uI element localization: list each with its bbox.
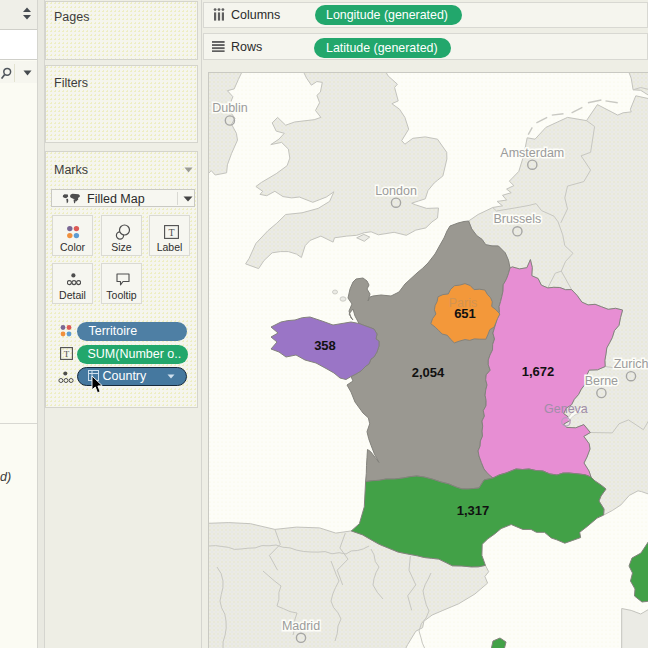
svg-text:651: 651 [454, 306, 476, 321]
svg-text:Brussels: Brussels [493, 212, 541, 226]
svg-text:Zurich: Zurich [614, 357, 648, 371]
svg-text:Dublin: Dublin [212, 101, 247, 115]
svg-text:Geneva: Geneva [544, 402, 588, 416]
svg-text:Amsterdam: Amsterdam [500, 146, 564, 160]
svg-text:T: T [64, 349, 70, 359]
svg-text:1,317: 1,317 [457, 503, 490, 518]
svg-text:T: T [168, 227, 174, 238]
svg-text:Berne: Berne [585, 374, 618, 388]
svg-text:2,054: 2,054 [412, 365, 445, 380]
svg-text:Madrid: Madrid [282, 619, 320, 633]
svg-text:1,672: 1,672 [522, 364, 555, 379]
svg-text:358: 358 [314, 338, 336, 353]
svg-text:London: London [375, 184, 417, 198]
